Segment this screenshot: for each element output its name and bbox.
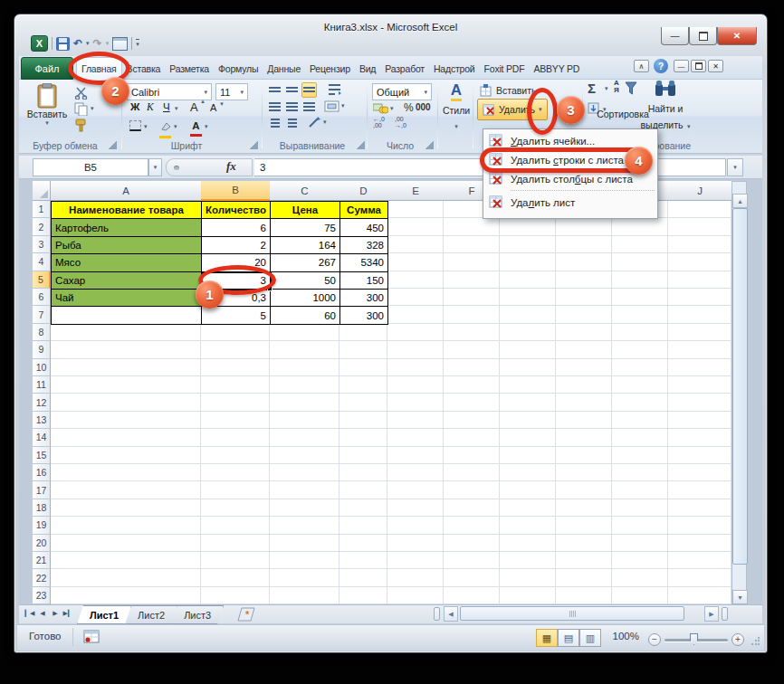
align-right-icon[interactable] — [301, 99, 317, 114]
zoom-out-button[interactable]: − — [648, 633, 661, 646]
table-cell[interactable]: Сахар — [51, 271, 202, 290]
font-name-select[interactable]: Calibri ▾ — [127, 83, 212, 100]
table-cell[interactable]: 150 — [339, 271, 388, 290]
row-header-1[interactable]: 1 — [33, 201, 51, 218]
horizontal-split-handle-right[interactable] — [722, 607, 728, 621]
tab-file[interactable]: Файл — [21, 57, 73, 80]
number-format-select[interactable]: Общий ▾ — [372, 83, 432, 100]
font-color-button[interactable]: А — [190, 117, 202, 137]
row-header-6[interactable]: 6 — [33, 289, 51, 306]
zoom-in-button[interactable]: + — [731, 633, 744, 646]
table-tool-icon[interactable] — [112, 37, 128, 51]
tab-надстрой[interactable]: Надстрой — [429, 57, 480, 80]
vertical-scrollbar[interactable]: ▲ ▼ — [731, 181, 747, 604]
increase-indent-icon[interactable] — [284, 115, 300, 130]
tab-foxit-pdf[interactable]: Foxit PDF — [480, 57, 530, 80]
align-center-icon[interactable] — [284, 99, 300, 114]
table-cell[interactable]: 164 — [270, 236, 340, 254]
font-color-dropdown-icon[interactable]: ▾ — [205, 123, 208, 130]
table-cell[interactable] — [51, 306, 202, 324]
autosum-dropdown-icon[interactable]: ▾ — [605, 85, 608, 92]
underline-dropdown-icon[interactable]: ▾ — [175, 105, 178, 112]
table-cell[interactable]: Чай — [51, 289, 202, 307]
scroll-left-button[interactable]: ◀ — [444, 606, 458, 622]
redo-icon[interactable]: ↷ — [93, 36, 102, 51]
workbook-minimize-icon[interactable]: — — [674, 60, 689, 72]
row-header-11[interactable]: 11 — [33, 376, 51, 394]
table-cell[interactable]: 1000 — [270, 289, 340, 307]
binoculars-icon[interactable] — [654, 80, 677, 98]
table-cell[interactable]: 5340 — [339, 253, 388, 271]
merge-dropdown-icon[interactable]: ▾ — [341, 102, 345, 109]
increase-decimal-icon[interactable]: ←,0,00 — [373, 116, 385, 128]
table-cell[interactable]: 5 — [201, 306, 271, 324]
tab-разметка[interactable]: Разметка — [165, 57, 214, 80]
grow-font-button[interactable]: А — [190, 100, 198, 114]
row-header-14[interactable]: 14 — [33, 429, 51, 446]
column-header-J[interactable]: J — [668, 181, 732, 201]
fill-color-dropdown-icon[interactable]: ▾ — [174, 123, 177, 130]
clipboard-dialog-launcher-icon[interactable] — [109, 141, 117, 149]
row-header-7[interactable]: 7 — [33, 306, 51, 323]
workbook-close-icon[interactable]: ✕ — [708, 60, 723, 72]
bold-button[interactable]: Ж — [130, 101, 139, 112]
table-cell[interactable]: 328 — [339, 236, 388, 254]
table-cell[interactable]: 300 — [339, 306, 388, 324]
customize-qat-icon[interactable]: ▾ — [136, 39, 139, 48]
align-left-icon[interactable] — [267, 99, 282, 114]
table-cell[interactable]: 450 — [339, 218, 388, 236]
restore-button[interactable] — [689, 27, 717, 45]
save-icon[interactable] — [56, 37, 70, 51]
align-bottom-icon[interactable] — [301, 82, 317, 98]
row-header-10[interactable]: 10 — [33, 359, 51, 376]
sheet-tab-лист1[interactable]: Лист1 — [77, 605, 131, 624]
row-header-16[interactable]: 16 — [33, 464, 51, 481]
page-layout-view-button[interactable]: ▤ — [558, 629, 579, 647]
row-header-9[interactable]: 9 — [33, 341, 51, 358]
column-header-A[interactable]: A — [51, 181, 202, 201]
next-sheet-icon[interactable]: ▶ — [49, 606, 62, 621]
formula-bar-grip-icon[interactable] — [174, 166, 179, 170]
undo-icon[interactable]: ↶ — [73, 36, 82, 51]
table-cell[interactable]: Мясо — [51, 253, 202, 271]
sort-filter-funnel-icon[interactable] — [625, 81, 637, 96]
select-all-button[interactable] — [33, 181, 51, 201]
column-header-C[interactable]: C — [270, 181, 340, 201]
currency-icon[interactable] — [373, 102, 388, 114]
name-box-dropdown[interactable]: ▾ — [148, 158, 162, 176]
row-header-13[interactable]: 13 — [33, 412, 51, 429]
row-header-8[interactable]: 8 — [33, 324, 51, 341]
underline-button[interactable]: Ч — [163, 101, 170, 112]
font-dialog-launcher-icon[interactable] — [250, 141, 258, 149]
undo-dropdown-icon[interactable]: ▾ — [86, 40, 90, 47]
scroll-right-button[interactable]: ▶ — [704, 606, 719, 622]
zoom-level-label[interactable]: 100% — [603, 631, 639, 641]
copy-dropdown-icon[interactable]: ▾ — [91, 105, 94, 112]
collapse-ribbon-icon[interactable]: ∧ — [634, 60, 649, 72]
shrink-font-button[interactable]: А — [210, 102, 216, 113]
italic-button[interactable]: К — [147, 101, 154, 112]
scroll-up-button[interactable]: ▲ — [732, 194, 748, 208]
expand-formula-bar-button[interactable]: ▾ — [727, 158, 743, 176]
vertical-scroll-thumb[interactable] — [732, 208, 748, 565]
table-cell[interactable]: 300 — [339, 289, 388, 307]
table-cell[interactable]: Картофель — [51, 218, 202, 236]
sheet-tab-лист3[interactable]: Лист3 — [171, 605, 224, 624]
row-header-18[interactable]: 18 — [33, 499, 51, 517]
alignment-dialog-launcher-icon[interactable] — [357, 141, 365, 149]
tab-разработ[interactable]: Разработ — [380, 57, 429, 80]
table-cell[interactable]: 267 — [270, 253, 340, 271]
decrease-indent-icon[interactable] — [267, 115, 282, 130]
tab-abbyy-pd[interactable]: ABBYY PD — [529, 57, 584, 80]
insert-sheet-button[interactable]: * — [237, 607, 257, 625]
minimize-button[interactable]: — — [661, 27, 689, 45]
tab-рецензир[interactable]: Рецензир — [305, 57, 355, 80]
borders-icon[interactable] — [129, 120, 141, 131]
find-select-label-line1[interactable]: Найти и — [634, 103, 697, 114]
row-header-5[interactable]: 5 — [33, 271, 51, 289]
macro-record-icon[interactable] — [83, 630, 100, 643]
scroll-down-button[interactable]: ▼ — [732, 590, 748, 604]
align-top-icon[interactable] — [267, 82, 282, 98]
row-header-12[interactable]: 12 — [33, 394, 51, 411]
row-header-23[interactable]: 23 — [33, 587, 51, 604]
